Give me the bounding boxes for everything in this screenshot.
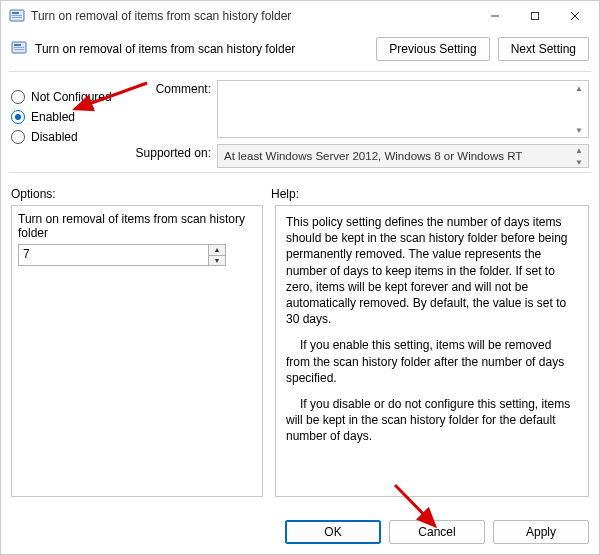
scroll-down-icon[interactable]: ▼ [572,156,586,168]
options-panel: Turn on removal of items from scan histo… [11,205,263,497]
header: Turn on removal of items from scan histo… [1,31,599,71]
close-button[interactable] [555,2,595,30]
scroll-down-icon[interactable]: ▼ [572,124,586,136]
body: Turn on removal of items from scan histo… [1,205,599,510]
previous-setting-button[interactable]: Previous Setting [376,37,489,61]
supported-on-field: At least Windows Server 2012, Windows 8 … [217,144,589,168]
svg-rect-11 [14,49,24,50]
comment-input[interactable]: ▲ ▼ [217,80,589,138]
state-radio-group: Not Configured Enabled Disabled [11,80,121,168]
minimize-button[interactable] [475,2,515,30]
policy-icon [9,8,25,24]
policy-dialog: Turn on removal of items from scan histo… [0,0,600,555]
supported-label: Supported on: [129,144,211,160]
svg-rect-3 [12,17,22,18]
apply-button[interactable]: Apply [493,520,589,544]
radio-disabled[interactable]: Disabled [11,130,121,144]
spinner-up-button[interactable]: ▲ [209,245,225,256]
cancel-button[interactable]: Cancel [389,520,485,544]
radio-icon [11,130,25,144]
comment-label: Comment: [129,80,211,96]
help-paragraph: If you disable or do not configure this … [286,396,578,445]
radio-not-configured[interactable]: Not Configured [11,90,121,104]
svg-rect-5 [532,13,539,20]
help-panel: This policy setting defines the number o… [275,205,589,497]
svg-rect-10 [14,47,24,48]
scroll-up-icon[interactable]: ▲ [572,144,586,156]
titlebar: Turn on removal of items from scan histo… [1,1,599,31]
config-area: Not Configured Enabled Disabled Comment:… [1,72,599,172]
next-setting-button[interactable]: Next Setting [498,37,589,61]
help-paragraph: If you enable this setting, items will b… [286,337,578,386]
policy-icon [11,40,27,59]
maximize-button[interactable] [515,2,555,30]
options-label: Options: [11,187,271,201]
panel-labels: Options: Help: [1,173,599,205]
svg-rect-1 [12,12,19,14]
radio-icon [11,90,25,104]
radio-label: Enabled [31,110,75,124]
svg-rect-9 [14,44,21,46]
days-spinner[interactable]: 7 ▲ ▼ [18,244,226,266]
radio-icon [11,110,25,124]
window-title: Turn on removal of items from scan histo… [31,9,475,23]
radio-label: Disabled [31,130,78,144]
spinner-down-button[interactable]: ▼ [209,256,225,266]
radio-enabled[interactable]: Enabled [11,110,121,124]
radio-label: Not Configured [31,90,112,104]
scroll-up-icon[interactable]: ▲ [572,82,586,94]
page-title: Turn on removal of items from scan histo… [35,42,376,56]
help-label: Help: [271,187,299,201]
spinner-value[interactable]: 7 [19,245,208,265]
svg-rect-2 [12,15,22,16]
supported-value: At least Windows Server 2012, Windows 8 … [224,150,522,162]
help-paragraph: This policy setting defines the number o… [286,214,578,327]
option-caption: Turn on removal of items from scan histo… [18,212,256,240]
ok-button[interactable]: OK [285,520,381,544]
footer: OK Cancel Apply [1,510,599,554]
